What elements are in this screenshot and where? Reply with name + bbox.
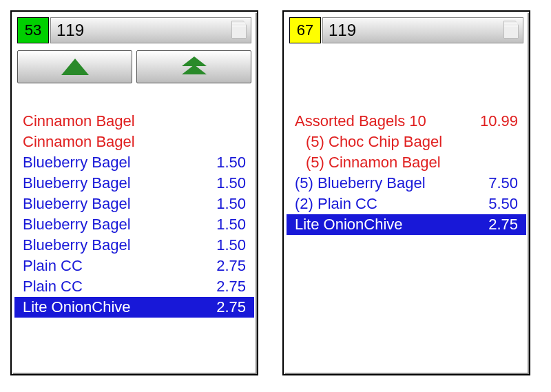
item-price: 2.75 (216, 276, 247, 297)
item-price: 2.75 (216, 297, 247, 318)
list-item[interactable]: Lite OnionChive2.75 (14, 297, 254, 318)
order-badge[interactable]: 53 (17, 17, 49, 43)
list-item[interactable]: Lite OnionChive2.75 (287, 214, 526, 235)
receipt-icon[interactable] (231, 21, 247, 39)
header-row: 67 119 (287, 14, 526, 46)
list-item[interactable]: Cinnamon Bagel (14, 132, 254, 152)
item-name: Lite OnionChive (23, 297, 131, 318)
item-price: 1.50 (216, 194, 247, 214)
header-row: 53 119 (14, 14, 254, 46)
order-number-value: 119 (329, 21, 356, 40)
item-name: Cinnamon Bagel (23, 132, 135, 152)
item-price (246, 111, 247, 132)
scroll-up-button[interactable] (17, 50, 132, 83)
item-name: Plain CC (23, 276, 83, 297)
item-price: 2.75 (488, 214, 519, 235)
list-item[interactable]: Blueberry Bagel1.50 (14, 214, 254, 235)
order-number-value: 119 (56, 21, 84, 40)
list-item[interactable]: Blueberry Bagel1.50 (14, 152, 254, 173)
triangle-up-icon (61, 59, 89, 75)
double-triangle-up-icon (178, 56, 211, 77)
item-name: Blueberry Bagel (23, 152, 131, 173)
list-item[interactable]: Blueberry Bagel1.50 (14, 194, 254, 214)
item-price (518, 132, 519, 152)
panel-inner: 53 119 Cinnamon BagelCinnamon BagelBlueb… (14, 14, 254, 371)
item-name: Blueberry Bagel (23, 194, 131, 214)
list-item[interactable]: (5) Cinnamon Bagel (287, 152, 526, 173)
item-price: 5.50 (488, 194, 519, 214)
order-items: Cinnamon BagelCinnamon BagelBlueberry Ba… (14, 83, 254, 318)
order-number-field[interactable]: 119 (50, 17, 251, 43)
item-name: Lite OnionChive (295, 214, 403, 235)
receipt-icon[interactable] (503, 21, 519, 39)
item-price (518, 152, 519, 173)
list-item[interactable]: (2) Plain CC5.50 (287, 194, 526, 214)
item-name: Blueberry Bagel (23, 173, 131, 194)
item-name: Blueberry Bagel (23, 214, 131, 235)
scroll-buttons (14, 46, 254, 83)
list-item[interactable]: Plain CC2.75 (14, 276, 254, 297)
list-item[interactable]: (5) Blueberry Bagel7.50 (287, 173, 526, 194)
item-price (246, 132, 247, 152)
item-name: (2) Plain CC (295, 194, 377, 214)
item-price: 1.50 (216, 214, 247, 235)
item-name: (5) Cinnamon Bagel (306, 152, 441, 173)
item-price: 10.99 (480, 111, 519, 132)
item-price: 1.50 (216, 235, 247, 256)
order-number-field[interactable]: 119 (322, 17, 523, 43)
list-item[interactable]: Cinnamon Bagel (14, 111, 254, 132)
item-name: Plain CC (23, 256, 83, 276)
item-price: 2.75 (216, 256, 247, 276)
item-name: Cinnamon Bagel (23, 111, 135, 132)
list-item[interactable]: Blueberry Bagel1.50 (14, 235, 254, 256)
scroll-top-button[interactable] (136, 50, 251, 83)
item-name: Assorted Bagels 10 (295, 111, 426, 132)
list-item[interactable]: Blueberry Bagel1.50 (14, 173, 254, 194)
item-price: 1.50 (216, 152, 247, 173)
order-items: Assorted Bagels 1010.99(5) Choc Chip Bag… (287, 46, 526, 235)
item-name: (5) Blueberry Bagel (295, 173, 426, 194)
list-item[interactable]: Plain CC2.75 (14, 256, 254, 276)
order-panel-right: 67 119 Assorted Bagels 1010.99(5) Choc C… (282, 10, 530, 375)
order-panel-left: 53 119 Cinnamon BagelCinnamon BagelBlueb… (10, 10, 258, 375)
item-name: Blueberry Bagel (23, 235, 131, 256)
item-name: (5) Choc Chip Bagel (306, 132, 442, 152)
panel-inner: 67 119 Assorted Bagels 1010.99(5) Choc C… (287, 14, 526, 371)
order-badge[interactable]: 67 (289, 17, 321, 43)
list-item[interactable]: (5) Choc Chip Bagel (287, 132, 526, 152)
list-item[interactable]: Assorted Bagels 1010.99 (287, 111, 526, 132)
item-price: 7.50 (488, 173, 519, 194)
item-price: 1.50 (216, 173, 247, 194)
